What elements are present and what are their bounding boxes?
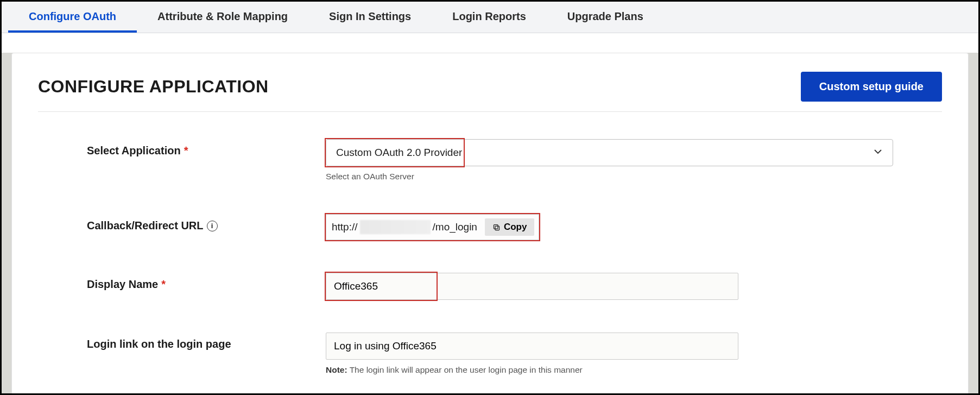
svg-rect-0 (495, 226, 500, 230)
custom-setup-guide-button[interactable]: Custom setup guide (801, 72, 942, 102)
login-link-label: Login link on the login page (87, 333, 326, 350)
tab-upgrade-plans[interactable]: Upgrade Plans (547, 2, 664, 33)
select-application-label: Select Application* (87, 139, 326, 157)
callback-url-box: http:// /mo_login Copy (326, 214, 539, 240)
copy-icon (492, 223, 501, 231)
svg-rect-1 (494, 224, 498, 229)
select-application-dropdown[interactable]: Custom OAuth 2.0 Provider (326, 139, 893, 166)
callback-suffix: /mo_login (433, 221, 477, 233)
copy-button[interactable]: Copy (485, 218, 535, 236)
login-link-note: Note: The login link will appear on the … (326, 365, 893, 375)
select-application-hint: Select an OAuth Server (326, 172, 893, 181)
display-name-label: Display Name* (87, 273, 326, 291)
callback-host-redacted (360, 220, 431, 234)
callback-url-label: Callback/Redirect URL i (87, 214, 326, 232)
callback-prefix: http:// (332, 221, 358, 233)
display-name-input[interactable] (326, 273, 738, 300)
login-link-input[interactable] (326, 333, 738, 360)
info-icon[interactable]: i (207, 221, 218, 231)
config-card: CONFIGURE APPLICATION Custom setup guide… (11, 53, 969, 395)
tab-attribute-role-mapping[interactable]: Attribute & Role Mapping (137, 2, 308, 33)
page-title: CONFIGURE APPLICATION (38, 77, 269, 97)
tab-sign-in-settings[interactable]: Sign In Settings (308, 2, 432, 33)
tab-bar: Configure OAuth Attribute & Role Mapping… (2, 2, 978, 33)
tab-configure-oauth[interactable]: Configure OAuth (8, 2, 137, 33)
tab-login-reports[interactable]: Login Reports (432, 2, 547, 33)
select-application-value: Custom OAuth 2.0 Provider (336, 147, 462, 159)
